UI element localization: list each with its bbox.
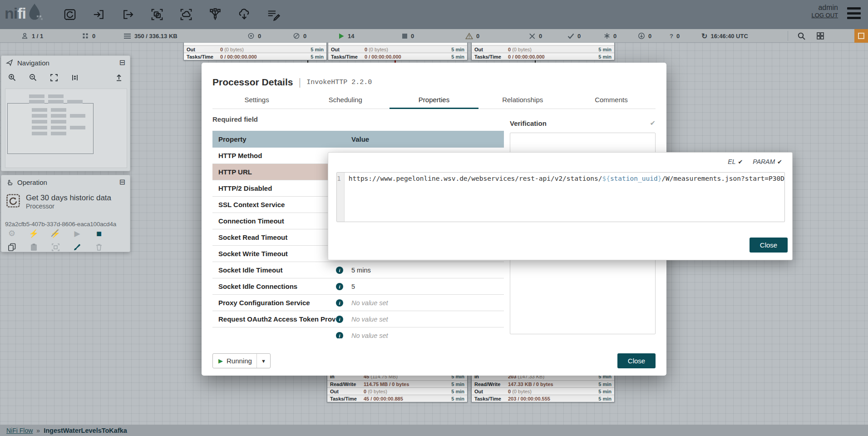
tab-settings[interactable]: Settings	[212, 91, 301, 109]
verification-title: Verification	[510, 119, 650, 127]
run-status-button[interactable]: ▶ Running ▼	[212, 353, 271, 368]
paste-icon[interactable]	[28, 242, 39, 253]
minimap-block	[48, 100, 64, 104]
property-row[interactable]: Proxy Configuration ServiceiNo value set	[212, 295, 504, 311]
property-row[interactable]: iNo value set	[212, 327, 504, 338]
stats-count: 0 / 00:00:00.000	[508, 54, 545, 59]
notice-icon	[858, 33, 864, 39]
tab-scheduling[interactable]: Scheduling	[301, 91, 390, 109]
breadcrumb-root-link[interactable]: NiFi Flow	[6, 427, 33, 434]
output-port-toolbar-icon[interactable]	[119, 5, 137, 24]
processor-stats-table[interactable]: Out0 (0 bytes)5 minTasks/Time0 / 00:00:0…	[471, 42, 615, 60]
property-row[interactable]: Request OAuth2 Access Token ProvideriNo …	[212, 311, 504, 327]
stats-window: 5 min	[305, 54, 326, 59]
processor-stats-table[interactable]: Out0 (0 bytes)5 minTasks/Time0 / 00:00:0…	[328, 42, 468, 60]
stats-window: 5 min	[445, 396, 467, 401]
configure-icon[interactable]: ⚙	[6, 228, 18, 239]
property-info-icon[interactable]: i	[336, 299, 343, 307]
dialog-close-button[interactable]: Close	[617, 353, 656, 368]
logout-link[interactable]: LOG OUT	[811, 12, 838, 19]
property-info-icon[interactable]: i	[336, 283, 343, 290]
process-group-toolbar-icon[interactable]	[148, 5, 166, 24]
navigation-panel: Navigation ⊟	[1, 55, 130, 171]
property-info-icon[interactable]: i	[336, 316, 343, 323]
component-toolbar	[61, 5, 282, 24]
status-value: 14	[348, 33, 354, 40]
processor-stats-table[interactable]: Out0 (0 bytes)5 minTasks/Time0 / 00:00:0…	[183, 42, 327, 60]
stats-count: 203 / 00:00:00.555	[508, 396, 550, 401]
refresh-icon[interactable]: ↻	[701, 32, 707, 40]
stats-row: Tasks/Time0 / 00:00:00.000 5 min	[472, 53, 614, 60]
actual-size-icon[interactable]	[70, 73, 79, 82]
processor-stats-table[interactable]: In203 (147.33 KB)5 minRead/Write147.33 K…	[471, 372, 615, 402]
property-row[interactable]: Socket Idle Connectionsi5	[212, 278, 504, 295]
status-value: 0	[258, 33, 261, 40]
stats-row: Read/Write114.75 MB / 0 bytes 5 min	[327, 380, 467, 387]
color-icon[interactable]	[71, 242, 83, 253]
global-menu-icon[interactable]	[847, 7, 861, 19]
stats-row: Out0 (0 bytes)5 min	[328, 45, 467, 53]
start-icon[interactable]: ▶	[71, 228, 83, 239]
funnel-toolbar-icon[interactable]	[206, 5, 224, 24]
property-value[interactable]: No value set	[347, 299, 504, 307]
group-icon[interactable]	[49, 242, 61, 253]
table-header-row: Property Value	[212, 131, 504, 148]
flow-overview-button[interactable]	[814, 30, 826, 42]
property-info-icon[interactable]: i	[336, 267, 343, 274]
disable-icon[interactable]: ⚡	[49, 228, 61, 239]
tab-relationships[interactable]: Relationships	[478, 91, 567, 109]
stop-icon[interactable]: ■	[93, 228, 105, 239]
tab-comments[interactable]: Comments	[567, 91, 656, 109]
current-user: admin	[811, 4, 838, 12]
property-value[interactable]: 5 mins	[347, 267, 504, 274]
birdseye-minimap[interactable]	[5, 89, 127, 168]
connected-nodes-icon	[21, 32, 29, 40]
collapse-operation-icon[interactable]: ⊟	[119, 178, 125, 186]
notice-button[interactable]	[854, 29, 868, 43]
minimap-block	[32, 132, 47, 135]
status-value: 0	[92, 33, 95, 40]
processor-toolbar-icon[interactable]	[61, 5, 79, 24]
zoom-fit-icon[interactable]	[49, 73, 59, 82]
zoom-out-icon[interactable]	[29, 73, 38, 82]
editor-close-button[interactable]: Close	[750, 238, 788, 253]
property-value[interactable]: No value set	[347, 316, 504, 323]
property-row[interactable]: Socket Idle Timeouti5 mins	[212, 262, 504, 278]
stats-count: 0	[220, 47, 223, 52]
navigation-title: Navigation	[17, 59, 115, 67]
verification-check-icon[interactable]: ✔	[650, 119, 656, 127]
import-from-registry-toolbar-icon[interactable]	[235, 5, 253, 24]
last-refresh[interactable]: ↻ 16:46:40 UTC	[701, 29, 748, 43]
stats-label: Tasks/Time	[328, 54, 365, 59]
label-toolbar-icon[interactable]	[264, 5, 282, 24]
property-value[interactable]: No value set	[347, 332, 504, 339]
input-port-toolbar-icon[interactable]	[90, 5, 108, 24]
property-value[interactable]: 5	[347, 283, 504, 290]
status-connected-nodes: 1 / 1	[21, 29, 43, 43]
processor-stats-table[interactable]: In45 (114.75 MB)5 minRead/Write114.75 MB…	[327, 372, 468, 402]
stats-row: Out0 (0 bytes)5 min	[472, 45, 614, 53]
stats-window: 5 min	[305, 47, 326, 52]
delete-icon[interactable]	[93, 242, 105, 253]
pan-up-icon[interactable]	[114, 73, 123, 82]
remote-process-group-toolbar-icon[interactable]	[177, 5, 195, 24]
collapse-navigation-icon[interactable]: ⊟	[119, 59, 125, 66]
run-status-label: Running	[227, 357, 256, 365]
stats-extra: (0 bytes)	[512, 389, 532, 394]
zoom-in-icon[interactable]	[8, 73, 17, 82]
property-value-editor[interactable]: 1 https://www.pegelonline.wsv.de/webserv…	[336, 172, 785, 222]
search-button[interactable]	[795, 30, 807, 42]
property-value-input[interactable]: https://www.pegelonline.wsv.de/webservic…	[345, 173, 784, 222]
minimap-block	[70, 114, 85, 118]
copy-icon[interactable]	[6, 242, 18, 253]
run-status-caret-icon[interactable]: ▼	[256, 354, 270, 368]
property-info-icon[interactable]: i	[336, 332, 343, 339]
required-field-label: Required field	[212, 115, 258, 123]
stats-extra: (0 bytes)	[368, 389, 387, 394]
tab-properties[interactable]: Properties	[390, 91, 478, 109]
search-icon	[797, 32, 806, 40]
el-variable: station_uuid	[610, 175, 658, 182]
el-supported-badge: EL✔	[728, 158, 743, 165]
dialog-title: Processor Details	[212, 77, 293, 88]
enable-icon[interactable]: ⚡	[28, 228, 39, 239]
